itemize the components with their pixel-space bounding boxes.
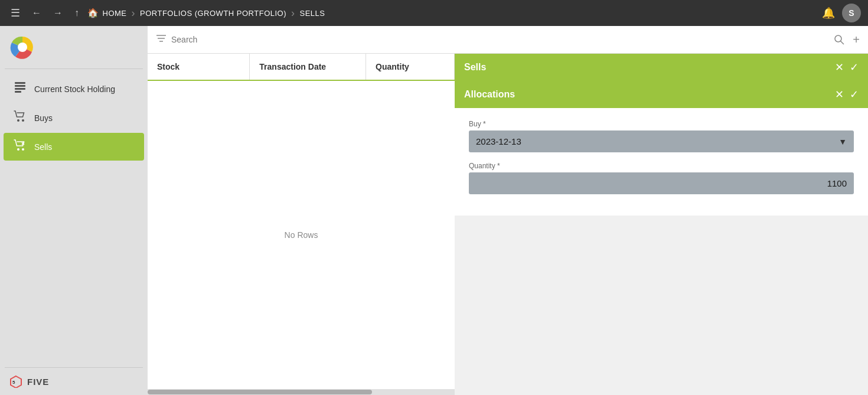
svg-text:5: 5 — [12, 380, 15, 385]
sidebar: Current Stock Holding Buys Sells 5 F — [0, 26, 148, 395]
buy-field-value: 2023-12-13 — [476, 136, 521, 146]
scrollbar-thumb[interactable] — [148, 390, 372, 394]
up-button[interactable]: ↑ — [71, 5, 83, 21]
sells-panel-title: Sells — [464, 62, 486, 73]
search-bar: + — [148, 26, 868, 54]
five-logo-icon: 5 — [9, 375, 22, 388]
buys-icon — [13, 110, 27, 126]
sells-label: Sells — [34, 142, 52, 152]
user-avatar[interactable]: S — [842, 4, 861, 22]
breadcrumb-portfolios[interactable]: PORTFOLIOS (GROWTH PORTFOLIO) — [140, 9, 286, 18]
main-layout: Current Stock Holding Buys Sells 5 F — [0, 26, 868, 395]
top-navigation: ☰ ← → ↑ 🏠 HOME › PORTFOLIOS (GROWTH PORT… — [0, 0, 868, 26]
breadcrumb: 🏠 HOME › PORTFOLIOS (GROWTH PORTFOLIO) ›… — [87, 7, 325, 19]
quantity-field-label: Quantity * — [469, 162, 854, 170]
notifications-button[interactable]: 🔔 — [822, 6, 835, 19]
empty-message: No Rows — [285, 230, 318, 240]
buys-label: Buys — [34, 113, 53, 123]
allocations-panel: Allocations ✕ ✓ Buy — [455, 81, 868, 216]
buy-dropdown-arrow: ▼ — [838, 137, 847, 146]
allocations-title: Allocations — [464, 89, 515, 100]
allocations-body: Buy * 2023-12-13 ▼ Quantity * 1100 — [455, 108, 868, 216]
quantity-value: 1100 — [827, 178, 847, 188]
breadcrumb-home[interactable]: HOME — [103, 9, 127, 18]
allocations-panel-actions: ✕ ✓ — [835, 88, 859, 101]
svg-rect-3 — [15, 85, 25, 87]
bell-icon: 🔔 — [822, 7, 835, 19]
buy-field: Buy * 2023-12-13 ▼ — [469, 120, 854, 152]
col-header-stock: Stock — [148, 54, 250, 80]
allocations-close-button[interactable]: ✕ — [835, 88, 844, 101]
svg-point-17 — [835, 35, 841, 42]
svg-rect-4 — [15, 88, 25, 90]
buy-field-label: Buy * — [469, 120, 854, 128]
sidebar-item-buys[interactable]: Buys — [4, 104, 144, 132]
app-logo — [9, 34, 35, 60]
table-container: Stock Transaction Date Quantity No Rows — [148, 54, 455, 395]
current-stock-label: Current Stock Holding — [34, 84, 115, 94]
sells-confirm-button[interactable]: ✓ — [850, 61, 859, 74]
sells-panel-header: Sells ✕ ✓ — [455, 54, 868, 81]
content-wrapper: + Stock Transaction Date Quantity — [148, 26, 868, 395]
allocations-header: Allocations ✕ ✓ — [455, 81, 868, 108]
svg-point-7 — [22, 119, 24, 122]
menu-button[interactable]: ☰ — [7, 4, 24, 22]
table-header: Stock Transaction Date Quantity — [148, 54, 455, 81]
home-icon: 🏠 — [87, 8, 99, 18]
svg-line-18 — [841, 41, 844, 45]
current-stock-icon — [13, 81, 27, 97]
buy-field-wrap[interactable]: 2023-12-13 ▼ — [469, 130, 854, 152]
svg-point-8 — [17, 148, 19, 151]
col-header-quantity: Quantity — [366, 54, 455, 80]
sidebar-item-current-stock[interactable]: Current Stock Holding — [4, 75, 144, 103]
forward-button[interactable]: → — [50, 5, 66, 21]
five-logo-label: FIVE — [27, 377, 49, 387]
col-header-transaction-date: Transaction Date — [250, 54, 366, 80]
search-button[interactable] — [830, 32, 848, 47]
table-body: No Rows — [148, 81, 455, 389]
svg-point-9 — [22, 148, 24, 151]
quantity-field: Quantity * 1100 — [469, 162, 854, 194]
breadcrumb-sells: SELLS — [300, 9, 325, 18]
search-input[interactable] — [171, 35, 825, 44]
svg-rect-2 — [15, 82, 25, 84]
sidebar-footer: 5 FIVE — [0, 368, 148, 395]
svg-point-1 — [18, 43, 27, 52]
quantity-field-wrap[interactable]: 1100 — [469, 172, 854, 194]
sidebar-nav: Current Stock Holding Buys Sells — [0, 69, 148, 367]
sidebar-logo — [0, 26, 148, 68]
nav-right: 🔔 S — [822, 4, 861, 22]
sidebar-item-sells[interactable]: Sells — [4, 133, 144, 161]
sells-close-button[interactable]: ✕ — [835, 61, 844, 74]
sells-icon — [13, 139, 27, 155]
horizontal-scrollbar[interactable] — [148, 389, 455, 395]
svg-point-6 — [17, 119, 19, 122]
sells-panel-actions: ✕ ✓ — [835, 61, 859, 74]
right-panel: Sells ✕ ✓ Allocation — [455, 54, 868, 395]
add-button[interactable]: + — [853, 33, 860, 47]
filter-icon — [156, 33, 167, 47]
sells-panel: Sells ✕ ✓ — [455, 54, 868, 81]
svg-rect-5 — [15, 91, 21, 93]
allocations-confirm-button[interactable]: ✓ — [850, 88, 859, 101]
table-and-panel: Stock Transaction Date Quantity No Rows — [148, 54, 868, 395]
back-button[interactable]: ← — [28, 5, 45, 21]
